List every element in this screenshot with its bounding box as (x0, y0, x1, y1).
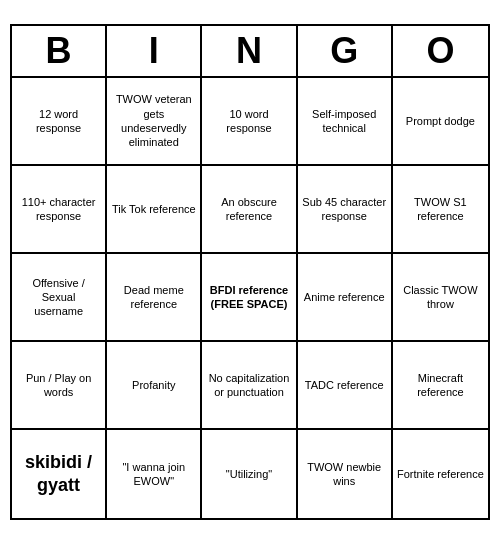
bingo-cell-text-0: 12 word response (16, 107, 101, 136)
bingo-cell-text-24: Fortnite reference (397, 467, 484, 481)
bingo-cell-0: 12 word response (12, 78, 107, 166)
bingo-cell-text-13: Anime reference (304, 290, 385, 304)
bingo-cell-12: BFDI reference (FREE SPACE) (202, 254, 297, 342)
bingo-cell-text-21: "I wanna join EWOW" (111, 460, 196, 489)
bingo-cell-text-5: 110+ character response (16, 195, 101, 224)
bingo-letter-g: G (298, 26, 393, 76)
bingo-cell-text-18: TADC reference (305, 378, 384, 392)
bingo-cell-3: Self-imposed technical (298, 78, 393, 166)
bingo-grid: 12 word responseTWOW veteran gets undese… (12, 78, 488, 518)
bingo-cell-21: "I wanna join EWOW" (107, 430, 202, 518)
bingo-cell-text-4: Prompt dodge (406, 114, 475, 128)
bingo-letter-i: I (107, 26, 202, 76)
bingo-cell-9: TWOW S1 reference (393, 166, 488, 254)
bingo-cell-1: TWOW veteran gets undeservedly eliminate… (107, 78, 202, 166)
bingo-cell-text-10: Offensive / Sexual username (16, 276, 101, 319)
bingo-cell-11: Dead meme reference (107, 254, 202, 342)
bingo-cell-6: Tik Tok reference (107, 166, 202, 254)
bingo-cell-8: Sub 45 character response (298, 166, 393, 254)
bingo-cell-text-15: Pun / Play on words (16, 371, 101, 400)
bingo-cell-text-7: An obscure reference (206, 195, 291, 224)
bingo-cell-19: Minecraft reference (393, 342, 488, 430)
bingo-cell-5: 110+ character response (12, 166, 107, 254)
bingo-cell-10: Offensive / Sexual username (12, 254, 107, 342)
bingo-letter-b: B (12, 26, 107, 76)
bingo-cell-text-19: Minecraft reference (397, 371, 484, 400)
bingo-cell-14: Classic TWOW throw (393, 254, 488, 342)
bingo-cell-text-2: 10 word response (206, 107, 291, 136)
bingo-cell-text-9: TWOW S1 reference (397, 195, 484, 224)
bingo-cell-text-1: TWOW veteran gets undeservedly eliminate… (111, 92, 196, 149)
bingo-letter-o: O (393, 26, 488, 76)
bingo-header: BINGO (12, 26, 488, 78)
bingo-cell-4: Prompt dodge (393, 78, 488, 166)
bingo-cell-23: TWOW newbie wins (298, 430, 393, 518)
bingo-cell-18: TADC reference (298, 342, 393, 430)
bingo-cell-text-14: Classic TWOW throw (397, 283, 484, 312)
bingo-card: BINGO 12 word responseTWOW veteran gets … (10, 24, 490, 520)
bingo-letter-n: N (202, 26, 297, 76)
bingo-cell-text-22: "Utilizing" (226, 467, 272, 481)
bingo-cell-20: skibidi / gyatt (12, 430, 107, 518)
bingo-cell-text-6: Tik Tok reference (112, 202, 196, 216)
bingo-cell-7: An obscure reference (202, 166, 297, 254)
bingo-cell-text-17: No capitalization or punctuation (206, 371, 291, 400)
bingo-cell-13: Anime reference (298, 254, 393, 342)
bingo-cell-text-16: Profanity (132, 378, 175, 392)
bingo-cell-text-8: Sub 45 character response (302, 195, 387, 224)
bingo-cell-15: Pun / Play on words (12, 342, 107, 430)
bingo-cell-22: "Utilizing" (202, 430, 297, 518)
bingo-cell-text-12: BFDI reference (FREE SPACE) (206, 283, 291, 312)
bingo-cell-2: 10 word response (202, 78, 297, 166)
bingo-cell-16: Profanity (107, 342, 202, 430)
bingo-cell-17: No capitalization or punctuation (202, 342, 297, 430)
bingo-cell-text-3: Self-imposed technical (302, 107, 387, 136)
bingo-cell-text-23: TWOW newbie wins (302, 460, 387, 489)
bingo-cell-text-20: skibidi / gyatt (16, 451, 101, 498)
bingo-cell-text-11: Dead meme reference (111, 283, 196, 312)
bingo-cell-24: Fortnite reference (393, 430, 488, 518)
